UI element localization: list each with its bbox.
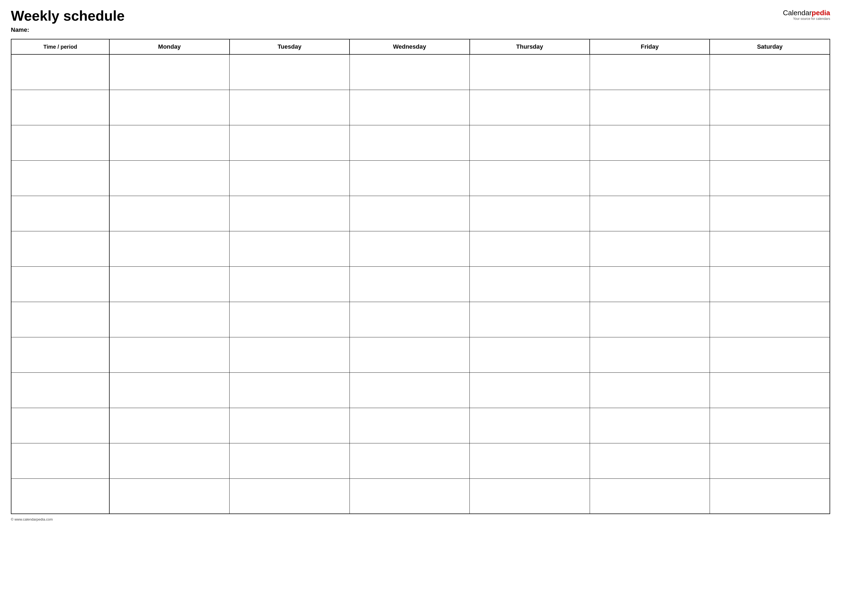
schedule-cell[interactable] (350, 266, 469, 302)
schedule-cell[interactable] (109, 373, 229, 408)
schedule-cell[interactable] (710, 160, 830, 196)
time-cell[interactable] (11, 54, 109, 90)
col-header-tuesday: Tuesday (229, 39, 350, 54)
schedule-cell[interactable] (470, 373, 590, 408)
schedule-cell[interactable] (350, 196, 469, 231)
schedule-cell[interactable] (109, 54, 229, 90)
logo-tagline: Your source for calendars (793, 17, 830, 21)
schedule-cell[interactable] (590, 90, 710, 125)
time-cell[interactable] (11, 337, 109, 373)
time-cell[interactable] (11, 408, 109, 443)
time-cell[interactable] (11, 266, 109, 302)
time-cell[interactable] (11, 160, 109, 196)
schedule-cell[interactable] (590, 443, 710, 478)
schedule-cell[interactable] (350, 373, 469, 408)
schedule-cell[interactable] (710, 54, 830, 90)
schedule-cell[interactable] (350, 443, 469, 478)
schedule-cell[interactable] (470, 337, 590, 373)
schedule-cell[interactable] (350, 408, 469, 443)
schedule-cell[interactable] (590, 302, 710, 337)
schedule-cell[interactable] (350, 478, 469, 514)
schedule-cell[interactable] (710, 125, 830, 160)
schedule-cell[interactable] (229, 302, 350, 337)
schedule-cell[interactable] (710, 90, 830, 125)
schedule-cell[interactable] (590, 337, 710, 373)
schedule-cell[interactable] (710, 266, 830, 302)
schedule-cell[interactable] (710, 196, 830, 231)
time-cell[interactable] (11, 478, 109, 514)
table-row (11, 90, 830, 125)
schedule-cell[interactable] (229, 54, 350, 90)
schedule-cell[interactable] (470, 160, 590, 196)
schedule-cell[interactable] (229, 408, 350, 443)
schedule-cell[interactable] (590, 373, 710, 408)
schedule-cell[interactable] (470, 90, 590, 125)
schedule-cell[interactable] (350, 231, 469, 266)
schedule-cell[interactable] (590, 125, 710, 160)
logo-pedia: pedia (812, 9, 830, 17)
schedule-cell[interactable] (229, 196, 350, 231)
schedule-cell[interactable] (109, 337, 229, 373)
schedule-cell[interactable] (710, 302, 830, 337)
schedule-cell[interactable] (229, 373, 350, 408)
schedule-cell[interactable] (590, 160, 710, 196)
schedule-cell[interactable] (470, 125, 590, 160)
schedule-cell[interactable] (109, 478, 229, 514)
schedule-cell[interactable] (710, 373, 830, 408)
schedule-cell[interactable] (109, 408, 229, 443)
time-cell[interactable] (11, 302, 109, 337)
schedule-cell[interactable] (350, 160, 469, 196)
schedule-cell[interactable] (109, 231, 229, 266)
schedule-cell[interactable] (470, 231, 590, 266)
schedule-cell[interactable] (710, 408, 830, 443)
time-cell[interactable] (11, 90, 109, 125)
schedule-cell[interactable] (470, 266, 590, 302)
page-title: Weekly schedule (11, 8, 125, 23)
schedule-cell[interactable] (109, 160, 229, 196)
schedule-cell[interactable] (470, 408, 590, 443)
schedule-cell[interactable] (590, 231, 710, 266)
schedule-cell[interactable] (350, 125, 469, 160)
schedule-table: Time / period Monday Tuesday Wednesday T… (11, 39, 830, 514)
schedule-cell[interactable] (229, 160, 350, 196)
time-cell[interactable] (11, 443, 109, 478)
title-section: Weekly schedule Name: (11, 8, 125, 34)
schedule-cell[interactable] (109, 443, 229, 478)
schedule-cell[interactable] (350, 90, 469, 125)
col-header-saturday: Saturday (710, 39, 830, 54)
schedule-cell[interactable] (470, 443, 590, 478)
schedule-cell[interactable] (229, 337, 350, 373)
schedule-cell[interactable] (470, 54, 590, 90)
schedule-cell[interactable] (350, 54, 469, 90)
schedule-cell[interactable] (109, 196, 229, 231)
schedule-cell[interactable] (710, 478, 830, 514)
schedule-cell[interactable] (470, 478, 590, 514)
schedule-cell[interactable] (229, 125, 350, 160)
schedule-cell[interactable] (229, 443, 350, 478)
schedule-cell[interactable] (229, 231, 350, 266)
schedule-cell[interactable] (470, 196, 590, 231)
schedule-cell[interactable] (710, 443, 830, 478)
time-cell[interactable] (11, 231, 109, 266)
schedule-cell[interactable] (109, 266, 229, 302)
schedule-cell[interactable] (590, 196, 710, 231)
schedule-cell[interactable] (470, 302, 590, 337)
schedule-cell[interactable] (710, 337, 830, 373)
schedule-cell[interactable] (590, 54, 710, 90)
time-cell[interactable] (11, 373, 109, 408)
schedule-cell[interactable] (229, 90, 350, 125)
schedule-cell[interactable] (350, 302, 469, 337)
footer: © www.calendarpedia.com (11, 517, 830, 521)
schedule-cell[interactable] (109, 125, 229, 160)
time-cell[interactable] (11, 196, 109, 231)
schedule-cell[interactable] (109, 90, 229, 125)
schedule-cell[interactable] (710, 231, 830, 266)
time-cell[interactable] (11, 125, 109, 160)
schedule-cell[interactable] (350, 337, 469, 373)
schedule-cell[interactable] (229, 266, 350, 302)
schedule-cell[interactable] (590, 478, 710, 514)
schedule-cell[interactable] (590, 408, 710, 443)
schedule-cell[interactable] (590, 266, 710, 302)
schedule-cell[interactable] (109, 302, 229, 337)
schedule-cell[interactable] (229, 478, 350, 514)
